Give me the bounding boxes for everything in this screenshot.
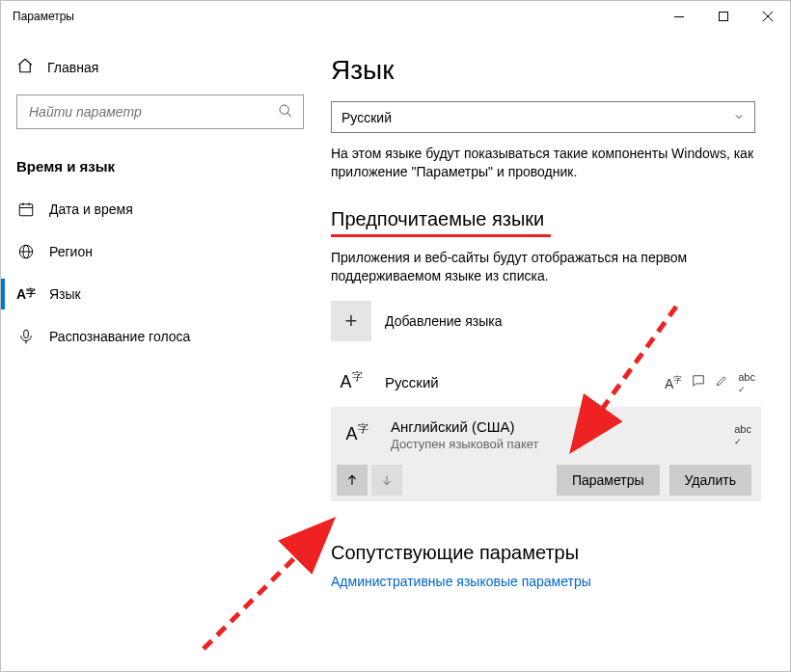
nav-item-date-time[interactable]: Дата и время <box>1 188 319 230</box>
related-heading: Сопутствующие параметры <box>331 542 761 564</box>
language-name: Английский (США) <box>391 418 538 435</box>
home-icon <box>16 57 34 77</box>
nav-home-label: Главная <box>47 60 98 75</box>
sidebar: Главная Время и язык Дата и время <box>1 32 319 671</box>
main-content: Язык Русский На этом языке будут показыв… <box>319 32 790 671</box>
svg-rect-13 <box>24 330 29 337</box>
search-input[interactable] <box>27 103 258 121</box>
window-titlebar: Параметры <box>1 1 790 32</box>
chevron-down-icon <box>733 110 745 125</box>
microphone-icon <box>16 328 36 345</box>
annotation-underline <box>331 234 551 237</box>
display-language-description: На этом языке будут показываться такие к… <box>331 145 755 181</box>
language-icon: A字 <box>16 286 36 302</box>
handwriting-icon <box>715 374 728 390</box>
spellcheck-icon: abc✓ <box>734 423 751 446</box>
window-title: Параметры <box>13 10 74 23</box>
move-down-button[interactable] <box>371 465 402 496</box>
language-remove-button[interactable]: Удалить <box>669 465 751 496</box>
dropdown-selected-value: Русский <box>341 110 392 125</box>
language-glyph-icon: A字 <box>337 415 377 455</box>
nav-item-label: Язык <box>49 286 81 302</box>
language-glyph-icon: A字 <box>331 363 371 403</box>
svg-rect-1 <box>720 13 728 21</box>
language-item-english[interactable]: A字 Английский (США) Доступен языковой па… <box>331 407 761 501</box>
language-subtext: Доступен языковой пакет <box>391 437 538 451</box>
window-minimize-button[interactable] <box>657 1 701 32</box>
page-title: Язык <box>331 55 761 86</box>
svg-point-4 <box>280 105 288 114</box>
display-language-dropdown[interactable]: Русский <box>331 101 755 133</box>
svg-line-5 <box>287 113 291 117</box>
window-close-button[interactable] <box>746 1 790 32</box>
nav-item-language[interactable]: A字 Язык <box>1 273 319 315</box>
language-options-button[interactable]: Параметры <box>557 465 660 496</box>
search-box[interactable] <box>16 94 304 129</box>
nav-item-speech[interactable]: Распознавание голоса <box>1 315 319 358</box>
plus-icon: + <box>331 301 371 341</box>
add-language-button[interactable]: + Добавление языка <box>331 301 761 341</box>
nav-item-region[interactable]: Регион <box>1 230 319 273</box>
search-icon <box>278 103 293 121</box>
move-up-button[interactable] <box>337 465 368 496</box>
admin-language-settings-link[interactable]: Административные языковые параметры <box>331 574 761 589</box>
preferred-heading: Предпочитаемые языки <box>331 208 761 230</box>
language-name: Русский <box>385 374 439 390</box>
globe-icon <box>16 243 36 260</box>
nav-item-label: Дата и время <box>49 202 133 217</box>
svg-rect-0 <box>674 16 684 17</box>
add-language-label: Добавление языка <box>385 313 503 329</box>
language-item-russian[interactable]: A字 Русский A字 abc✓ <box>331 359 761 407</box>
spellcheck-icon: abc✓ <box>738 371 755 394</box>
speech-icon <box>692 374 705 390</box>
language-feature-icons: A字 abc✓ <box>665 371 755 394</box>
nav-home[interactable]: Главная <box>1 49 319 85</box>
text-to-speech-icon: A字 <box>665 374 682 391</box>
nav-item-label: Регион <box>49 244 93 259</box>
svg-rect-6 <box>19 204 33 216</box>
window-maximize-button[interactable] <box>701 1 746 32</box>
sidebar-section-heading: Время и язык <box>1 150 319 188</box>
nav-item-label: Распознавание голоса <box>49 329 190 344</box>
calendar-icon <box>16 201 36 218</box>
preferred-description: Приложения и веб-сайты будут отображатьс… <box>331 249 755 285</box>
